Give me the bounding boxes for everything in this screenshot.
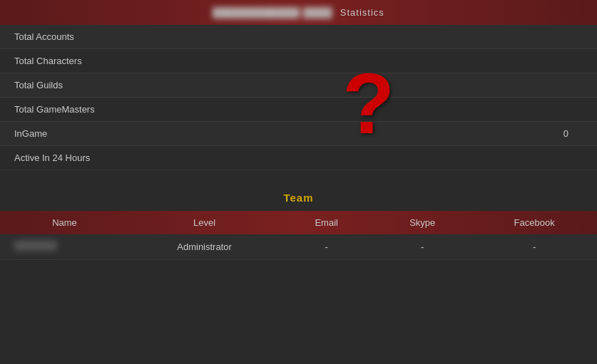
stat-value [414,25,597,49]
stat-label: Total Guilds [0,73,414,98]
page-wrapper: ████████████ ████ Statistics Total Accou… [0,0,597,364]
table-row: Active In 24 Hours [0,146,597,170]
team-tbody: Administrator - - - [0,234,597,260]
col-skype: Skype [373,211,471,234]
statistics-label: Statistics [340,7,384,18]
stat-value [414,98,597,122]
stat-label: Total Accounts [0,25,414,49]
stat-value [414,73,597,98]
team-section: Team Name Level Email Skype Facebook Adm… [0,192,597,260]
team-member-email: - [280,234,373,260]
team-member-facebook: - [471,234,597,260]
stat-value [414,49,597,73]
team-member-level: Administrator [129,234,280,260]
team-table: Name Level Email Skype Facebook Administ… [0,211,597,260]
stat-label: Total GameMasters [0,98,414,122]
col-name: Name [0,211,129,234]
stat-value [414,146,597,170]
statistics-header: ████████████ ████ Statistics [0,0,597,25]
header-blurred-text: ████████████ ████ [213,7,332,18]
name-blurred [14,241,57,251]
team-member-name [0,234,129,260]
table-row: Total GameMasters [0,98,597,122]
stats-tbody: Total Accounts Total Characters Total Gu… [0,25,597,170]
col-facebook: Facebook [471,211,597,234]
team-header-row: Name Level Email Skype Facebook [0,211,597,234]
col-level: Level [129,211,280,234]
team-member-skype: - [373,234,471,260]
team-title: Team [0,192,597,204]
statistics-section: ████████████ ████ Statistics Total Accou… [0,0,597,170]
table-row: InGame 0 [0,122,597,146]
table-row: Total Accounts [0,25,597,49]
stats-table: Total Accounts Total Characters Total Gu… [0,25,597,170]
col-email: Email [280,211,373,234]
stat-label: Total Characters [0,49,414,73]
team-row: Administrator - - - [0,234,597,260]
stat-value: 0 [414,122,597,146]
team-thead: Name Level Email Skype Facebook [0,211,597,234]
stat-label: InGame [0,122,414,146]
table-row: Total Guilds [0,73,597,98]
table-row: Total Characters [0,49,597,73]
stat-label: Active In 24 Hours [0,146,414,170]
